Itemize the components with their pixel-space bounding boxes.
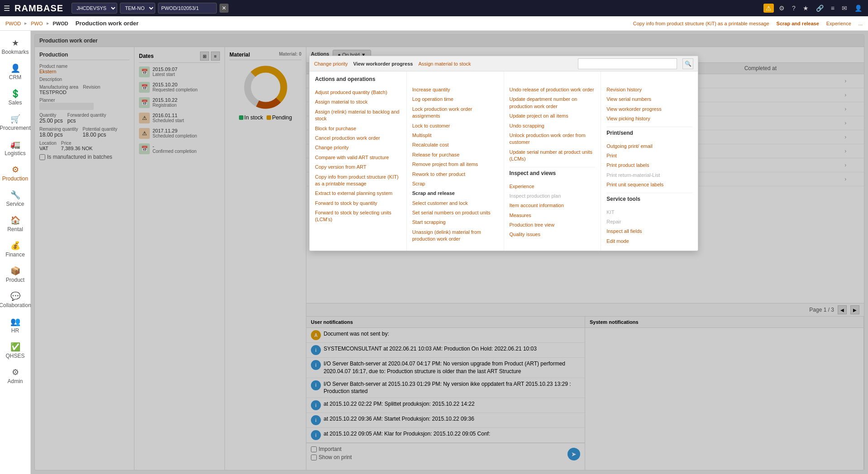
sidebar-item-finance[interactable]: 💰 Finance (2, 237, 29, 261)
menu-top-change-priority[interactable]: Change priority (314, 61, 348, 66)
menu-top-view-progress[interactable]: View workorder progress (353, 61, 413, 66)
breadcrumb-sep1: ▸ (24, 20, 27, 26)
menu-top-assign-material[interactable]: Assign material to stock (418, 61, 471, 66)
mail-icon-btn[interactable]: ✉ (839, 4, 849, 13)
sidebar-item-procurement[interactable]: 🛒 Procurement (2, 110, 29, 135)
sidebar-item-admin[interactable]: ⚙ Admin (2, 364, 29, 388)
sidebar-item-sales[interactable]: 💲 Sales (2, 85, 29, 109)
menu-item-production-tree[interactable]: Production tree view (510, 220, 596, 230)
menu-item-undo-scrapping[interactable]: Undo scrapping (510, 121, 596, 131)
menu-item-measures[interactable]: Measures (510, 211, 596, 220)
action-menu: Change priority View workorder progress … (309, 56, 698, 251)
menu-item-select-customer[interactable]: Select customer and lock (412, 199, 498, 208)
menu-item-extract[interactable]: Extract to external planning system (315, 189, 401, 198)
menu-item-revision-history[interactable]: Revision history (606, 85, 692, 95)
menu-col-2: Increase quantity Log operation time Loc… (407, 71, 504, 251)
menu-item-remove-project[interactable]: Remove project from all items (412, 160, 498, 169)
sidebar-label-qhses: QHSES (5, 353, 24, 359)
menu-item-copy-info[interactable]: Copy info from product structure (KIT) a… (315, 172, 401, 189)
menu-item-lock-customer[interactable]: Lock to customer (412, 121, 498, 131)
menu-item-edit-mode[interactable]: Edit mode (606, 237, 692, 246)
sidebar-item-crm[interactable]: 👤 CRM (2, 60, 29, 84)
rental-icon: 🏠 (10, 215, 20, 225)
content-area: Production work order Production Product… (31, 31, 868, 474)
sidebar-label-service: Service (6, 201, 24, 207)
menu-item-outgoing-print[interactable]: Outgoing print/ email (606, 142, 692, 151)
more-actions-link[interactable]: ... (858, 21, 863, 26)
menu-item-undo-release[interactable]: Undo release of production work order (510, 85, 596, 95)
menu-item-block[interactable]: Block for purchase (315, 124, 401, 133)
menu-item-print[interactable]: Print (606, 151, 692, 161)
list-icon-btn[interactable]: ≡ (829, 4, 837, 13)
menu-item-print-labels[interactable]: Print product labels (606, 161, 692, 170)
warning-icon-btn[interactable]: ⚠ (763, 4, 774, 13)
menu-item-cancel[interactable]: Cancel production work order (315, 133, 401, 143)
menu-item-view-serial[interactable]: View serial numbers (606, 95, 692, 104)
menu-item-start-scrapping[interactable]: Start scrapping (412, 218, 498, 227)
sidebar-item-hr[interactable]: 👥 HR (2, 313, 29, 337)
sidebar-item-bookmarks[interactable]: ★ Bookmarks (2, 34, 29, 59)
menu-item-unassign[interactable]: Unassign (delink) material from producti… (412, 228, 498, 244)
doc-input[interactable] (158, 3, 217, 14)
menu-col1-title: Actions and operations (315, 76, 401, 84)
sidebar-label-hr: HR (11, 327, 19, 334)
menu-item-multisplit[interactable]: Multisplit (412, 131, 498, 140)
settings-icon-btn[interactable]: ⚙ (777, 4, 787, 13)
experience-link[interactable]: Experience (826, 21, 851, 26)
menu-item-set-serial[interactable]: Set serial numbers on product units (412, 208, 498, 218)
menu-item-assign-backlog[interactable]: Assign (relink) material to backlog and … (315, 107, 401, 124)
menu-item-forward-qty[interactable]: Forward to stock by quantity (315, 199, 401, 208)
menu-item-rework[interactable]: Rework to other product (412, 170, 498, 179)
menu-item-adjust[interactable]: Adjust produced quantity (Batch) (315, 88, 401, 97)
menu-item-forward-select[interactable]: Forward to stock by selecting units (LCM… (315, 208, 401, 225)
menu-item-lock-assignments[interactable]: Lock production work order assignments (412, 104, 498, 121)
menu-item-quality[interactable]: Quality issues (510, 230, 596, 239)
menu-item-log-time[interactable]: Log operation time (412, 95, 498, 104)
hamburger-icon[interactable]: ☰ (4, 4, 10, 13)
menu-item-increase[interactable]: Increase quantity (412, 85, 498, 95)
menu-item-scrap[interactable]: Scrap (412, 179, 498, 189)
menu-item-change-priority[interactable]: Change priority (315, 143, 401, 152)
menu-item-update-serial[interactable]: Update serial number at product units (L… (510, 147, 596, 164)
menu-search-input[interactable] (578, 58, 677, 69)
product-icon: 📦 (10, 266, 20, 276)
menu-item-recalculate[interactable]: Recalculate cost (412, 140, 498, 150)
menu-item-update-dept[interactable]: Update department number on production w… (510, 95, 596, 111)
user-icon-btn[interactable]: 👤 (852, 4, 864, 13)
sidebar-item-qhses[interactable]: ✅ QHSES (2, 338, 29, 363)
menu-item-copy-version[interactable]: Copy version from ART (315, 162, 401, 172)
scrap-release-link[interactable]: Scrap and release (777, 21, 819, 26)
doc-close-button[interactable]: ✕ (219, 4, 229, 13)
sidebar-item-production[interactable]: ⚙ Production (2, 161, 29, 185)
menu-item-item-account[interactable]: Item account information (510, 201, 596, 210)
sidebar-item-collaboration[interactable]: 💬 Collaboration (2, 288, 29, 312)
sidebar-item-service[interactable]: 🔧 Service (2, 186, 29, 211)
menu-search-button[interactable]: 🔍 (682, 58, 693, 69)
menu-item-update-project[interactable]: Update project on all items (510, 111, 596, 121)
help-icon-btn[interactable]: ? (790, 4, 798, 13)
menu-print-send-title: Print/send (606, 130, 692, 138)
sidebar-label-finance: Finance (5, 251, 25, 258)
link-icon-btn[interactable]: 🔗 (814, 4, 826, 13)
menu-item-unlock-customer[interactable]: Unlock production work order from custom… (510, 131, 596, 147)
menu-item-view-progress[interactable]: View workorder progress (606, 104, 692, 114)
copy-info-link[interactable]: Copy info from product structure (KiT) a… (633, 21, 769, 26)
sidebar-item-product[interactable]: 📦 Product (2, 262, 29, 287)
menu-item-assign-stock[interactable]: Assign material to stock (315, 97, 401, 107)
breadcrumb-pwod[interactable]: PWOD (5, 21, 21, 26)
sidebar-label-bookmarks: Bookmarks (1, 49, 29, 55)
menu-item-print-sequence[interactable]: Print unit sequence labels (606, 180, 692, 190)
bookmark-icon-btn[interactable]: ★ (801, 4, 811, 13)
sidebar-item-rental[interactable]: 🏠 Rental (2, 212, 29, 236)
sidebar: ★ Bookmarks 👤 CRM 💲 Sales 🛒 Procurement … (0, 31, 31, 474)
menu-item-picking-history[interactable]: View picking history (606, 114, 692, 123)
menu-item-release-purchase[interactable]: Release for purchase (412, 150, 498, 160)
company-dropdown[interactable]: JHCDEVSYS (72, 3, 117, 14)
sidebar-item-logistics[interactable]: 🚛 Logistics (2, 136, 29, 160)
type-dropdown[interactable]: TEM-NO (120, 3, 155, 14)
menu-item-scrap-release[interactable]: Scrap and release (412, 189, 498, 198)
menu-item-experience[interactable]: Experience (510, 182, 596, 191)
menu-item-inspect-fields[interactable]: Inspect all fields (606, 227, 692, 236)
menu-item-compare[interactable]: Compare with valid ART structure (315, 153, 401, 162)
breadcrumb-pwo[interactable]: PWO (31, 21, 43, 26)
